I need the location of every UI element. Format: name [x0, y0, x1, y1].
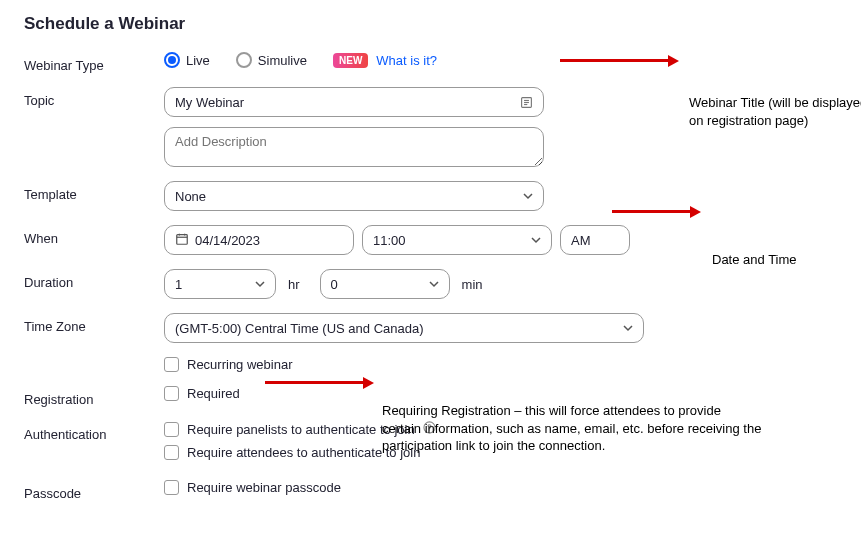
row-duration: Duration 1 hr 0 min [24, 269, 837, 299]
minutes-select[interactable]: 0 [320, 269, 450, 299]
recurring-label: Recurring webinar [187, 357, 293, 372]
ampm-value: AM [571, 233, 591, 248]
timezone-value: (GMT-5:00) Central Time (US and Canada) [175, 321, 424, 336]
time-select[interactable]: 11:00 [362, 225, 552, 255]
hours-value: 1 [175, 277, 182, 292]
radio-icon [236, 52, 252, 68]
label-when: When [24, 225, 164, 246]
page-title: Schedule a Webinar [24, 14, 837, 34]
label-passcode: Passcode [24, 480, 164, 501]
label-registration: Registration [24, 386, 164, 407]
radio-live[interactable]: Live [164, 52, 210, 68]
topic-input-value: My Webinar [175, 95, 244, 110]
radio-icon [164, 52, 180, 68]
template-select[interactable]: None [164, 181, 544, 211]
registration-required-label: Required [187, 386, 240, 401]
annotation-registration: Requiring Registration – this will force… [382, 402, 762, 455]
auth-panelists-label: Require panelists to authenticate to joi… [187, 422, 415, 437]
checkbox-icon [164, 445, 179, 460]
row-recurring: Recurring webinar [24, 357, 837, 372]
new-badge: NEW [333, 53, 368, 68]
label-topic: Topic [24, 87, 164, 108]
chevron-down-icon [255, 277, 265, 292]
template-value: None [175, 189, 206, 204]
timezone-select[interactable]: (GMT-5:00) Central Time (US and Canada) [164, 313, 644, 343]
checkbox-icon [164, 386, 179, 401]
registration-required-checkbox[interactable]: Required [164, 386, 240, 401]
ampm-select[interactable]: AM [560, 225, 630, 255]
row-timezone: Time Zone (GMT-5:00) Central Time (US an… [24, 313, 837, 343]
checkbox-icon [164, 480, 179, 495]
form-helper-icon [520, 96, 533, 109]
chevron-down-icon [523, 189, 533, 204]
minutes-value: 0 [331, 277, 338, 292]
annotation-title: Webinar Title (will be displayed on regi… [689, 94, 861, 129]
svg-rect-4 [177, 234, 188, 244]
chevron-down-icon [531, 233, 541, 248]
label-timezone: Time Zone [24, 313, 164, 334]
description-textarea[interactable] [164, 127, 544, 167]
topic-input[interactable]: My Webinar [164, 87, 544, 117]
minutes-suffix: min [462, 277, 483, 292]
row-template: Template None [24, 181, 837, 211]
radio-simulive-label: Simulive [258, 53, 307, 68]
hours-select[interactable]: 1 [164, 269, 276, 299]
radio-live-label: Live [186, 53, 210, 68]
date-input[interactable]: 04/14/2023 [164, 225, 354, 255]
checkbox-icon [164, 422, 179, 437]
label-authentication: Authentication [24, 421, 164, 442]
label-template: Template [24, 181, 164, 202]
chevron-down-icon [429, 277, 439, 292]
annotation-datetime: Date and Time [712, 251, 797, 269]
checkbox-icon [164, 357, 179, 372]
passcode-label: Require webinar passcode [187, 480, 341, 495]
label-duration: Duration [24, 269, 164, 290]
row-webinar-type: Webinar Type Live Simulive NEW What is i… [24, 52, 837, 73]
radio-simulive[interactable]: Simulive [236, 52, 307, 68]
recurring-checkbox[interactable]: Recurring webinar [164, 357, 293, 372]
row-passcode: Passcode Require webinar passcode [24, 480, 837, 501]
time-value: 11:00 [373, 233, 406, 248]
hours-suffix: hr [288, 277, 300, 292]
label-webinar-type: Webinar Type [24, 52, 164, 73]
calendar-icon [175, 232, 189, 249]
chevron-down-icon [623, 321, 633, 336]
passcode-checkbox[interactable]: Require webinar passcode [164, 480, 341, 495]
date-value: 04/14/2023 [195, 233, 260, 248]
what-is-it-link[interactable]: What is it? [376, 53, 437, 68]
